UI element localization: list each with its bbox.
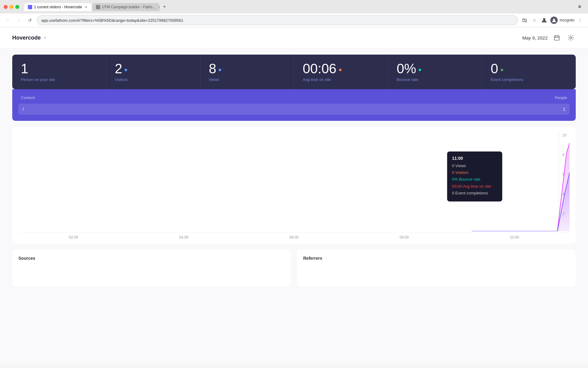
chart-tooltip: 11:00 0 Views 0 Visitors 0% Bounce rate … (447, 151, 502, 201)
chrome-menu-button[interactable]: ⋮ (576, 16, 584, 25)
stat-bounce-value: 0% (397, 62, 416, 75)
address-bar[interactable]: app.usefathom.com/#/?filters=%5B%5D&rang… (37, 15, 518, 25)
svg-point-3 (570, 37, 572, 39)
chart-area[interactable]: 10 8 6 4 2 (18, 133, 570, 231)
tooltip-visitors: 0 Visitors (452, 170, 497, 175)
tab-label-1: 1 current visitors - Hovercode (34, 5, 82, 9)
x-label-0200: 02:00 (69, 235, 78, 240)
tab-favicon-1 (28, 5, 32, 9)
chart-section: 10 8 6 4 2 (12, 127, 576, 243)
stat-events-value: 0 (491, 62, 498, 75)
stat-visitors-label: Visitors (115, 77, 191, 82)
forward-button[interactable]: › (15, 16, 23, 25)
stat-bounce-label: Bounce rate (397, 77, 473, 82)
col-people-label: People (555, 95, 567, 100)
date-display: May 9, 2022 (522, 35, 548, 40)
reload-button[interactable]: ↺ (26, 16, 34, 25)
stat-events-value-row: 0 (491, 62, 567, 75)
close-button[interactable] (4, 5, 8, 9)
stat-avg-time-value-row: 00:06 (303, 62, 379, 75)
stat-events-indicator (501, 69, 503, 71)
incognito-avatar (550, 17, 558, 24)
tooltip-avg-time: 00:00 Avg time on site (452, 184, 497, 189)
app-content: Hovercode May 9, 2022 1 (0, 27, 588, 365)
tooltip-events: 0 Event completions (452, 190, 497, 196)
stat-views-label: Views (209, 77, 285, 82)
svg-rect-2 (554, 36, 559, 40)
tooltip-views: 0 Views (452, 163, 497, 169)
incognito-label: Incognito (560, 18, 575, 22)
x-label-0600: 06:00 (289, 235, 299, 240)
panel-referrers: Referrers (297, 250, 576, 286)
chrome-menu-icon[interactable]: ≡ (578, 4, 584, 10)
stats-bar: 1 Person on your site 2 Visitors 8 Views… (12, 55, 576, 89)
header-right: May 9, 2022 (522, 33, 576, 43)
referrers-title: Referrers (303, 256, 570, 261)
panel-sources: Sources (12, 250, 291, 286)
stat-persons: 1 Person on your site (12, 55, 106, 89)
incognito-icon[interactable] (550, 16, 558, 25)
address-text: app.usefathom.com/#/?filters=%5B%5D&rang… (41, 18, 183, 23)
stat-events-label: Event completions (491, 77, 567, 82)
profile-icon[interactable] (540, 16, 548, 25)
x-label-0800: 08:00 (400, 235, 409, 240)
window-controls (4, 5, 19, 9)
browser-chrome: 1 current visitors - Hovercode ✕ UTM Cam… (0, 0, 588, 27)
tooltip-bounce: 0% Bounce rate (452, 177, 497, 182)
settings-button[interactable] (566, 33, 576, 43)
row-content-path: / (23, 107, 24, 112)
x-label-1000: 10:00 (510, 235, 519, 240)
browser-tabs: 1 current visitors - Hovercode ✕ UTM Cam… (22, 2, 576, 11)
stat-persons-value-row: 1 (21, 62, 97, 75)
back-button[interactable]: ‹ (4, 16, 12, 25)
stat-bounce-value-row: 0% (397, 62, 473, 75)
tab-favicon-2 (96, 5, 100, 9)
stat-avg-time-label: Avg time on site (303, 77, 379, 82)
tooltip-time: 11:00 (452, 156, 497, 161)
stat-views: 8 Views (200, 55, 294, 89)
stat-avg-time-value: 00:06 (303, 62, 336, 75)
tab-label-2: UTM Campaign builder - Fatho... (102, 5, 156, 9)
site-name-text: Hovercode (12, 35, 41, 41)
stat-views-indicator (219, 69, 221, 71)
sources-title: Sources (18, 256, 285, 261)
browser-titlebar: 1 current visitors - Hovercode ✕ UTM Cam… (0, 0, 588, 13)
new-tab-button[interactable]: + (160, 2, 169, 11)
nav-icons: ☆ Incognito ⋮ (520, 16, 584, 25)
stat-visitors-value-row: 2 (115, 62, 191, 75)
site-name-container: Hovercode (12, 35, 46, 41)
stat-avg-time-indicator (339, 69, 341, 71)
stat-views-value: 8 (209, 62, 216, 75)
bookmark-icon[interactable]: ☆ (530, 16, 539, 25)
x-label-0400: 04:00 (179, 235, 188, 240)
tab-close-2[interactable]: ✕ (157, 5, 160, 9)
maximize-button[interactable] (15, 5, 19, 9)
svg-point-0 (543, 18, 545, 21)
bottom-panels: Sources Referrers (12, 250, 576, 286)
stat-bounce-indicator (419, 69, 421, 71)
table-row: / 1 (18, 104, 570, 115)
stat-persons-value: 1 (21, 62, 28, 75)
tab-active[interactable]: 1 current visitors - Hovercode ✕ (24, 3, 92, 11)
stat-visitors-indicator (125, 69, 127, 71)
stat-visitors-value: 2 (115, 62, 122, 75)
chart-x-labels: 02:00 04:00 06:00 08:00 10:00 (18, 232, 570, 242)
app-header: Hovercode May 9, 2022 (0, 27, 588, 48)
stat-visitors: 2 Visitors (106, 55, 200, 89)
row-people-count: 1 (563, 107, 565, 112)
stat-views-value-row: 8 (209, 62, 285, 75)
col-content-label: Content (21, 95, 35, 100)
stat-persons-label: Person on your site (21, 77, 97, 82)
stat-events: 0 Event completions (482, 55, 576, 89)
stat-bounce: 0% Bounce rate (388, 55, 482, 89)
live-table-header: Content People (18, 95, 570, 104)
tab-close-1[interactable]: ✕ (84, 5, 88, 9)
stat-avg-time: 00:06 Avg time on site (294, 55, 388, 89)
live-visitors-section: Content People / 1 (12, 89, 576, 121)
tab-inactive[interactable]: UTM Campaign builder - Fatho... ✕ (92, 3, 160, 11)
minimize-button[interactable] (9, 5, 13, 9)
camera-off-icon[interactable] (520, 16, 529, 25)
calendar-button[interactable] (552, 33, 562, 43)
browser-nav: ‹ › ↺ app.usefathom.com/#/?filters=%5B%5… (0, 13, 588, 27)
live-indicator-dot (44, 36, 46, 39)
